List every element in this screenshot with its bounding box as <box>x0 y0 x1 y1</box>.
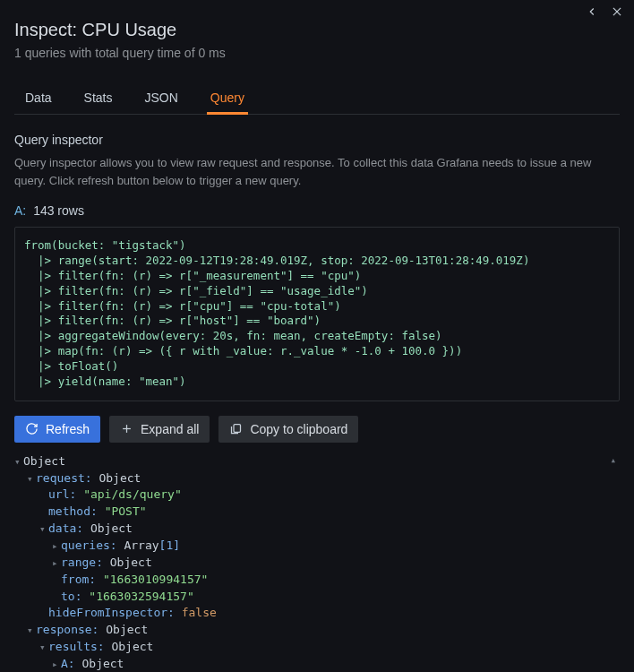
query-code: from(bucket: "tigstack") |> range(start:… <box>14 227 620 401</box>
refresh-label: Refresh <box>46 422 90 436</box>
page-subtitle: 1 queries with total query time of 0 ms <box>14 46 620 60</box>
svg-rect-4 <box>234 425 241 433</box>
tab-data[interactable]: Data <box>21 90 56 114</box>
query-ref: A: <box>14 203 26 218</box>
copy-label: Copy to clipboard <box>250 422 347 436</box>
tab-stats[interactable]: Stats <box>81 90 116 114</box>
json-viewer[interactable]: ▴ ▾Object ▾request: Object url: "api/ds/… <box>14 453 620 672</box>
expand-label: Expand all <box>141 422 199 436</box>
query-rowcount: 143 rows <box>33 203 84 218</box>
tab-query[interactable]: Query <box>207 90 248 115</box>
scroll-up-icon[interactable]: ▴ <box>610 453 616 468</box>
expand-all-button[interactable]: Expand all <box>109 416 210 443</box>
tab-json[interactable]: JSON <box>141 90 181 114</box>
close-icon[interactable] <box>611 5 623 21</box>
back-icon[interactable] <box>586 5 598 21</box>
refresh-button[interactable]: Refresh <box>14 416 100 443</box>
section-title: Query inspector <box>14 133 620 147</box>
copy-clipboard-button[interactable]: Copy to clipboard <box>218 416 358 443</box>
section-desc: Query inspector allows you to view raw r… <box>14 154 620 189</box>
tab-bar: Data Stats JSON Query <box>14 90 620 115</box>
query-row-label: A: 143 rows <box>14 203 620 218</box>
page-title: Inspect: CPU Usage <box>14 20 620 40</box>
